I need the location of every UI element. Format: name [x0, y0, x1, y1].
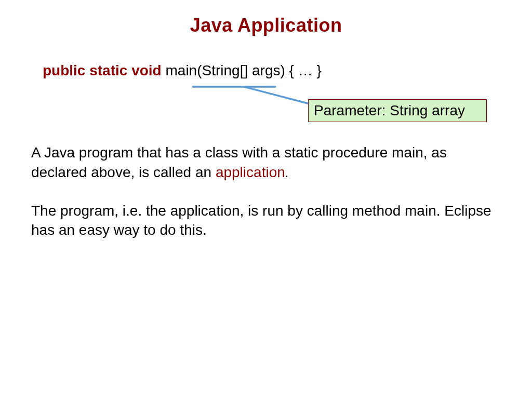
- callout-connector: [192, 79, 327, 111]
- callout-text: Parameter: String array: [314, 102, 465, 119]
- code-signature: public static void main(String[] args) {…: [43, 62, 532, 79]
- application-word: application: [216, 164, 285, 180]
- code-keywords: public static void: [43, 62, 162, 78]
- body-text: A Java program that has a class with a s…: [31, 143, 504, 259]
- code-rest: main(String[] args) { … }: [162, 62, 322, 78]
- slide-title: Java Application: [0, 0, 532, 36]
- para1-dot: .: [285, 164, 289, 180]
- paragraph-1: A Java program that has a class with a s…: [31, 143, 504, 182]
- svg-line-1: [244, 87, 312, 104]
- parameter-callout: Parameter: String array: [308, 99, 487, 122]
- paragraph-2: The program, i.e. the application, is ru…: [31, 201, 504, 241]
